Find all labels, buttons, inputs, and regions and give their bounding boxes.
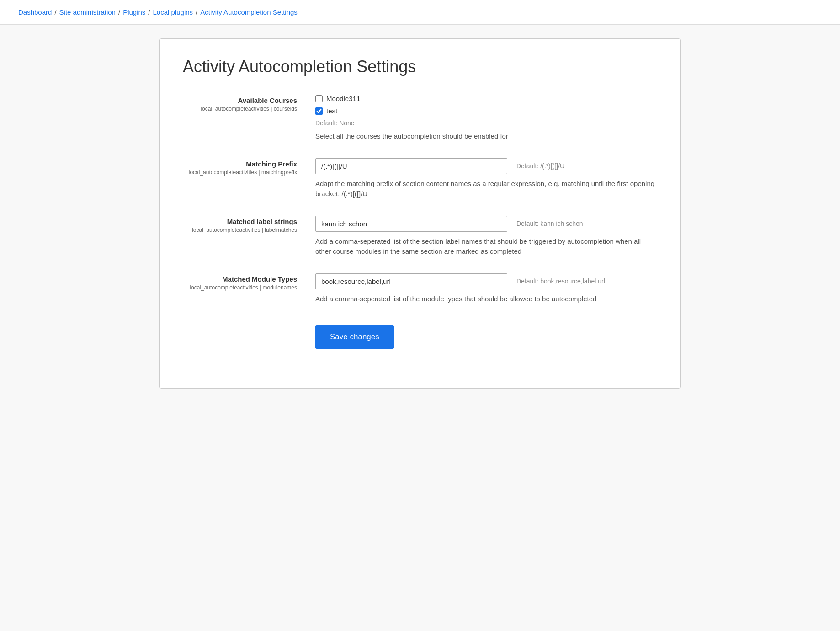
save-button[interactable]: Save changes xyxy=(315,325,394,349)
breadcrumb-bar: Dashboard / Site administration / Plugin… xyxy=(0,0,840,25)
matched-module-types-default: Default: book,resource,label,url xyxy=(516,278,605,285)
available-courses-row: Available Courses local_autocompleteacti… xyxy=(183,95,657,142)
matching-prefix-label: Matching Prefix xyxy=(183,160,297,168)
matched-label-strings-row: Matched label strings local_autocomplete… xyxy=(183,216,657,257)
main-container: Activity Autocompletion Settings Availab… xyxy=(146,38,694,389)
matched-label-strings-label: Matched label strings xyxy=(183,218,297,225)
matched-label-strings-input-row: Default: kann ich schon xyxy=(315,216,657,232)
available-courses-content: Moodle311 test Default: None Select all … xyxy=(311,95,657,142)
matched-label-strings-default: Default: kann ich schon xyxy=(516,220,583,227)
course-moodle311-checkbox[interactable] xyxy=(315,95,323,102)
breadcrumb-sep-2: / xyxy=(118,8,120,16)
matched-module-types-input[interactable] xyxy=(315,273,507,289)
breadcrumb-dashboard[interactable]: Dashboard xyxy=(18,8,52,16)
breadcrumb: Dashboard / Site administration / Plugin… xyxy=(18,8,822,16)
breadcrumb-plugins[interactable]: Plugins xyxy=(123,8,145,16)
available-courses-label: Available Courses xyxy=(183,96,297,104)
save-label-col xyxy=(183,321,311,322)
course-moodle311-label: Moodle311 xyxy=(326,95,360,102)
matching-prefix-content: Default: /(.*)[([]/U Adapt the matching … xyxy=(311,158,657,199)
matching-prefix-row: Matching Prefix local_autocompleteactivi… xyxy=(183,158,657,199)
breadcrumb-sep-3: / xyxy=(148,8,150,16)
matched-module-types-description: Add a comma-seperated list of the module… xyxy=(315,294,657,305)
matched-label-strings-input[interactable] xyxy=(315,216,507,232)
course-moodle311-item: Moodle311 xyxy=(315,95,657,102)
matched-module-types-label: Matched Module Types xyxy=(183,275,297,283)
breadcrumb-activity-settings[interactable]: Activity Autocompletion Settings xyxy=(200,8,298,16)
matched-module-types-label-col: Matched Module Types local_autocompletea… xyxy=(183,273,311,292)
save-row: Save changes xyxy=(183,321,657,349)
available-courses-label-col: Available Courses local_autocompleteacti… xyxy=(183,95,311,113)
matched-module-types-sublabel: local_autocompleteactivities | modulenam… xyxy=(183,284,297,292)
matched-module-types-content: Default: book,resource,label,url Add a c… xyxy=(311,273,657,305)
save-content-col: Save changes xyxy=(311,321,657,349)
matched-label-strings-description: Add a comma-seperated list of the sectio… xyxy=(315,236,657,257)
matching-prefix-input[interactable] xyxy=(315,158,507,174)
matching-prefix-sublabel: local_autocompleteactivities | matchingp… xyxy=(183,169,297,176)
breadcrumb-sep-1: / xyxy=(54,8,56,16)
matching-prefix-input-row: Default: /(.*)[([]/U xyxy=(315,158,657,174)
matched-module-types-input-row: Default: book,resource,label,url xyxy=(315,273,657,289)
matched-label-strings-content: Default: kann ich schon Add a comma-sepe… xyxy=(311,216,657,257)
matching-prefix-default: Default: /(.*)[([]/U xyxy=(516,162,564,170)
course-test-checkbox[interactable] xyxy=(315,107,323,115)
available-courses-description: Select all the courses the autocompletio… xyxy=(315,131,657,142)
breadcrumb-site-admin[interactable]: Site administration xyxy=(59,8,116,16)
breadcrumb-local-plugins[interactable]: Local plugins xyxy=(153,8,193,16)
matched-label-strings-label-col: Matched label strings local_autocomplete… xyxy=(183,216,311,234)
matching-prefix-description: Adapt the matching prefix of section con… xyxy=(315,179,657,199)
matching-prefix-label-col: Matching Prefix local_autocompleteactivi… xyxy=(183,158,311,176)
breadcrumb-sep-4: / xyxy=(196,8,197,16)
page-title: Activity Autocompletion Settings xyxy=(183,57,657,76)
matched-module-types-row: Matched Module Types local_autocompletea… xyxy=(183,273,657,305)
matched-label-strings-sublabel: local_autocompleteactivities | labelmatc… xyxy=(183,226,297,234)
available-courses-sublabel: local_autocompleteactivities | courseids xyxy=(183,105,297,113)
course-test-label: test xyxy=(326,107,337,115)
available-courses-default: Default: None xyxy=(315,119,657,127)
course-test-item: test xyxy=(315,107,657,115)
settings-card: Activity Autocompletion Settings Availab… xyxy=(159,38,681,389)
